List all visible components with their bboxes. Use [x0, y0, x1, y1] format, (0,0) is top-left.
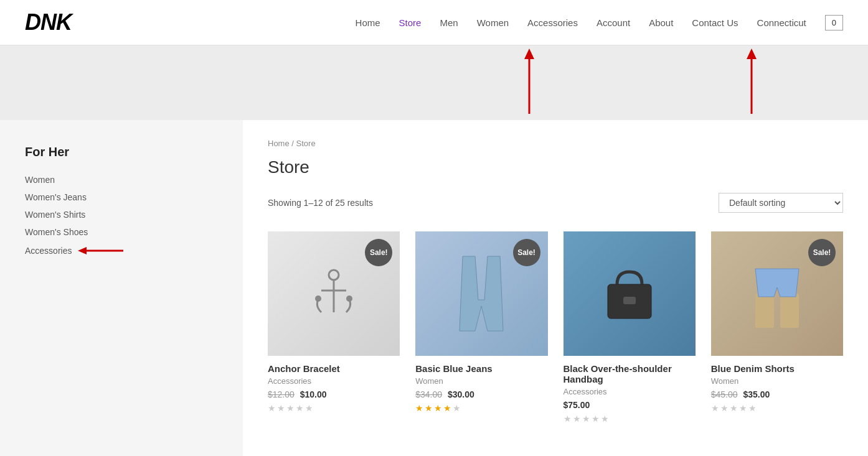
sidebar-link-womens-shoes[interactable]: Women's Shoes [25, 227, 88, 237]
nav-connecticut[interactable]: Connecticut [757, 17, 806, 28]
sort-dropdown[interactable]: Default sorting Sort by popularity Sort … [719, 193, 843, 213]
nav-accessories[interactable]: Accessories [527, 17, 578, 28]
product-card-anchor-bracelet[interactable]: Sale! Anchor Brac [268, 231, 400, 424]
stars-3: ★ ★ ★ ★ ★ [564, 414, 696, 424]
products-grid: Sale! Anchor Brac [268, 231, 843, 424]
breadcrumb-separator: / [291, 139, 296, 148]
price-original-2: $34.00 [415, 389, 442, 399]
results-count: Showing 1–12 of 25 results [268, 198, 373, 208]
anchor-img-svg [296, 256, 371, 331]
sidebar-link-women[interactable]: Women [25, 175, 55, 185]
nav-men[interactable]: Men [440, 17, 458, 28]
sidebar-item-accessories[interactable]: Accessories [25, 244, 218, 257]
sale-badge-4: Sale! [808, 239, 836, 266]
product-image-anchor: Sale! [268, 231, 400, 356]
star-2-2: ★ [425, 403, 433, 413]
sidebar-item-womens-jeans[interactable]: Women's Jeans [25, 192, 218, 202]
sidebar: For Her Women Women's Jeans Women's Shir… [0, 120, 243, 456]
product-category-1: Accessories [268, 376, 400, 386]
svg-rect-12 [623, 297, 636, 304]
sidebar-link-womens-jeans[interactable]: Women's Jeans [25, 192, 87, 202]
sidebar-item-womens-shirts[interactable]: Women's Shirts [25, 210, 218, 220]
star-4-2: ★ [720, 403, 729, 413]
star-2-1: ★ [415, 403, 423, 413]
nav-home[interactable]: Home [356, 17, 380, 28]
star-4-3: ★ [730, 403, 738, 413]
product-name-3: Black Over-the-shoulder Handbag [564, 363, 696, 384]
svg-marker-3 [747, 49, 757, 59]
page-title: Store [268, 157, 843, 177]
price-regular-3: $75.00 [564, 400, 590, 410]
sidebar-item-womens-shoes[interactable]: Women's Shoes [25, 227, 218, 237]
svg-point-10 [346, 295, 352, 302]
main-nav: Home Store Men Women Accessories Account… [356, 15, 843, 30]
nav-women[interactable]: Women [477, 17, 509, 28]
star-4-1: ★ [711, 403, 719, 413]
sidebar-title: For Her [25, 145, 218, 159]
product-price-2: $34.00 $30.00 [415, 389, 547, 399]
nav-store[interactable]: Store [399, 17, 422, 28]
product-img-placeholder-3 [564, 231, 696, 356]
sidebar-item-women[interactable]: Women [25, 175, 218, 185]
product-category-3: Accessories [564, 387, 696, 396]
star-2-3: ★ [434, 403, 442, 413]
logo[interactable]: DNK [25, 9, 72, 35]
stars-4: ★ ★ ★ ★ ★ [711, 403, 843, 413]
main-layout: For Her Women Women's Jeans Women's Shir… [0, 120, 868, 456]
sale-badge-2: Sale! [513, 239, 540, 266]
product-card-denim-shorts[interactable]: Sale! Blue Denim Shorts Women $45 [711, 231, 843, 424]
star-1-4: ★ [296, 403, 304, 413]
product-card-handbag[interactable]: Black Over-the-shoulder Handbag Accessor… [564, 231, 696, 424]
sidebar-link-womens-shirts[interactable]: Women's Shirts [25, 210, 85, 220]
star-3-2: ★ [573, 414, 581, 424]
price-original-1: $12.00 [268, 389, 295, 399]
product-price-3: $75.00 [564, 400, 696, 410]
product-image-jeans: Sale! [415, 231, 547, 356]
breadcrumb: Home / Store [268, 139, 843, 148]
product-image-shorts: Sale! [711, 231, 843, 356]
product-name-1: Anchor Bracelet [268, 363, 400, 374]
breadcrumb-home[interactable]: Home [268, 139, 290, 148]
annotation-arrows [0, 45, 868, 120]
cart-button[interactable]: 0 [825, 15, 843, 30]
svg-rect-14 [780, 294, 799, 328]
product-category-2: Women [415, 376, 547, 386]
star-1-3: ★ [286, 403, 295, 413]
stars-2: ★ ★ ★ ★ ★ [415, 403, 547, 413]
sale-badge-1: Sale! [365, 239, 392, 266]
accessories-arrow-icon [77, 244, 126, 257]
svg-marker-1 [524, 49, 534, 59]
nav-about[interactable]: About [649, 17, 673, 28]
price-sale-1: $10.00 [300, 389, 327, 399]
price-original-4: $45.00 [711, 389, 738, 399]
product-card-basic-blue-jeans[interactable]: Sale! Basic Blue Jeans Women $34.00 $30.… [415, 231, 547, 424]
product-category-4: Women [711, 376, 843, 386]
main-content: Home / Store Store Showing 1–12 of 25 re… [243, 120, 868, 456]
svg-point-9 [315, 295, 321, 302]
star-4-4: ★ [739, 403, 747, 413]
nav-account[interactable]: Account [597, 17, 630, 28]
star-3-5: ★ [601, 414, 609, 424]
arrows-area [0, 45, 868, 120]
product-name-4: Blue Denim Shorts [711, 363, 843, 374]
results-bar: Showing 1–12 of 25 results Default sorti… [268, 193, 843, 213]
nav-contact[interactable]: Contact Us [692, 17, 738, 28]
svg-marker-5 [78, 247, 87, 254]
star-1-2: ★ [277, 403, 285, 413]
star-4-5: ★ [748, 403, 757, 413]
star-3-3: ★ [582, 414, 590, 424]
product-price-1: $12.00 $10.00 [268, 389, 400, 399]
star-3-1: ★ [564, 414, 572, 424]
product-name-2: Basic Blue Jeans [415, 363, 547, 374]
product-price-4: $45.00 $35.00 [711, 389, 843, 399]
svg-rect-13 [755, 294, 774, 328]
sidebar-link-accessories[interactable]: Accessories [25, 246, 72, 256]
star-2-5: ★ [453, 403, 461, 413]
shorts-img-svg [752, 256, 802, 331]
breadcrumb-current: Store [296, 139, 316, 148]
sidebar-menu: Women Women's Jeans Women's Shirts Women… [25, 175, 218, 257]
star-1-1: ★ [268, 403, 276, 413]
stars-1: ★ ★ ★ ★ ★ [268, 403, 400, 413]
handbag-img-svg [598, 263, 661, 325]
star-1-5: ★ [305, 403, 313, 413]
